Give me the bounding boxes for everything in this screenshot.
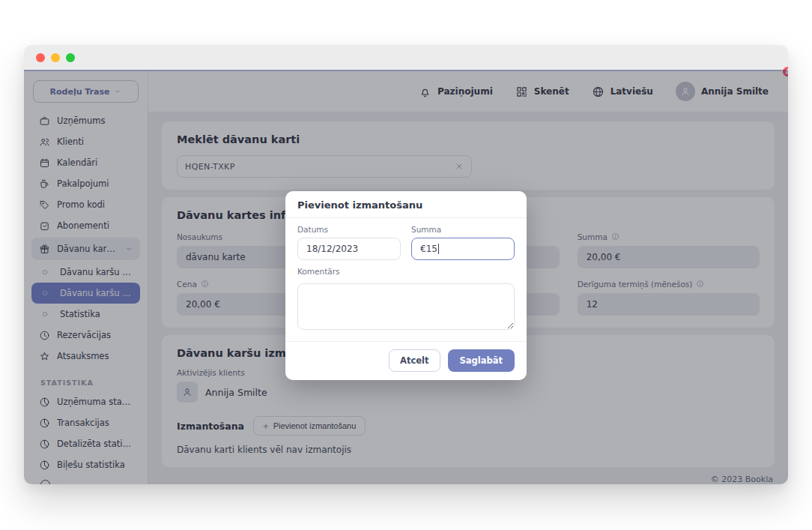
date-label: Datums [297,225,401,234]
app-window: Rodeļu Trase Uzņēmums Klienti Kalendāri … [24,45,788,484]
comment-label: Komentārs [297,267,515,276]
modal-body: Datums Summa €15 Komentārs [285,218,527,341]
add-usage-modal: Pievienot izmantošanu Datums Summa €15 K… [285,191,527,380]
amount-input[interactable]: €15 [411,238,515,260]
minimize-window-button[interactable] [51,53,60,62]
macos-titlebar [24,45,788,70]
date-field: Datums [297,225,401,260]
amount-value: €15 [420,244,437,254]
comment-textarea[interactable] [297,283,515,330]
amount-field: Summa €15 [411,225,515,260]
cancel-button[interactable]: Atcelt [389,349,440,372]
save-button[interactable]: Saglabāt [448,349,515,372]
date-input[interactable] [297,238,401,260]
text-caret [438,244,439,254]
close-window-button[interactable] [36,53,45,62]
modal-title: Pievienot izmantošanu [285,191,527,218]
comment-field: Komentārs [297,267,515,333]
amount-label: Summa [411,225,515,234]
zoom-window-button[interactable] [66,53,75,62]
modal-footer: Atcelt Saglabāt [285,341,527,380]
